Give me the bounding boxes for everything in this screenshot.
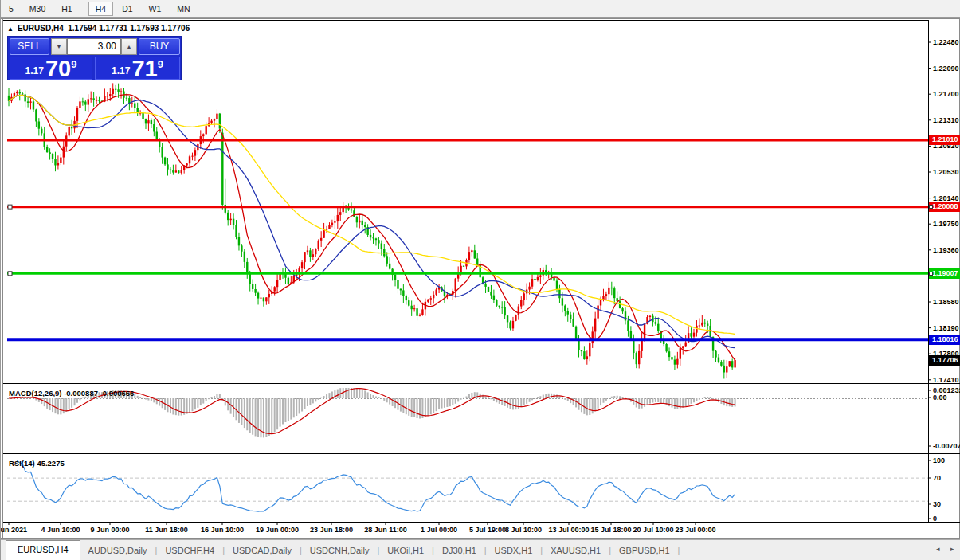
time-axis[interactable] xyxy=(7,522,928,538)
chart-tab-ukoil[interactable]: UKOil,H1 xyxy=(379,542,432,558)
volume-decrease-button[interactable]: ▼ xyxy=(51,38,67,55)
chart-tab-xauusd[interactable]: XAUUSD,H1 xyxy=(543,542,609,558)
timeframe-button-m30[interactable]: M30 xyxy=(22,2,53,16)
timeframe-button-w1[interactable]: W1 xyxy=(142,2,169,16)
sell-price-prefix: 1.17 xyxy=(25,65,44,76)
timeframe-button-h1[interactable]: H1 xyxy=(54,2,79,16)
chart-tab-usdx[interactable]: USDX,H1 xyxy=(487,542,541,558)
spin-down-icon: ▼ xyxy=(57,44,62,49)
price-axis[interactable] xyxy=(928,20,960,522)
buy-price-pip: 9 xyxy=(158,58,163,70)
buy-price-big: 71 xyxy=(131,58,157,79)
chart-tab-usdcnh[interactable]: USDCNH,Daily xyxy=(302,542,378,558)
chart-tab-bar: EURUSD,H4AUDUSD,Daily|USDCHF,H4|USDCAD,D… xyxy=(1,539,960,560)
buy-price-display[interactable]: 1.17719 xyxy=(95,57,180,80)
sell-price-pip: 9 xyxy=(71,58,76,70)
timeframe-button-mn[interactable]: MN xyxy=(170,2,197,16)
timeframe-toolbar: 5M30H1H4D1W1MN xyxy=(1,0,960,18)
one-click-trading-panel: SELL ▼ 3.00 ▲ BUY 1.17709 1.17719 xyxy=(7,36,182,80)
toolbar-separator xyxy=(84,2,84,15)
symbol-header: ▲EURUSD,H4 1.17594 1.17731 1.17593 1.177… xyxy=(7,24,190,33)
scroll-left-icon[interactable]: ◂ xyxy=(936,545,940,553)
chart-marker-icon: ▲ xyxy=(7,25,14,33)
chart-tab-gbpusd[interactable]: GBPUSD,H1 xyxy=(611,542,678,558)
scroll-right-icon[interactable]: ▸ xyxy=(950,545,954,553)
volume-input[interactable]: 3.00 xyxy=(67,38,121,55)
macd-pane[interactable] xyxy=(7,386,928,452)
symbol-name: EURUSD,H4 xyxy=(18,24,64,33)
spin-up-icon: ▲ xyxy=(127,44,132,49)
chart-tab-dj30[interactable]: DJ30,H1 xyxy=(434,542,484,558)
sell-price-display[interactable]: 1.17709 xyxy=(10,57,92,80)
tab-divider: | xyxy=(678,546,680,555)
sell-price-big: 70 xyxy=(45,58,71,79)
chart-tab-usdcad[interactable]: USDCAD,Daily xyxy=(225,542,300,558)
timeframe-button-5[interactable]: 5 xyxy=(2,2,21,16)
mt4-window: 5M30H1H4D1W1MN ▲EURUSD,H4 1.17594 1.1773… xyxy=(0,0,960,560)
toolbar-separator xyxy=(202,2,202,15)
ohlc-values: 1.17594 1.17731 1.17593 1.17706 xyxy=(68,24,190,33)
volume-increase-button[interactable]: ▲ xyxy=(121,38,137,55)
chart-tab-audusd[interactable]: AUDUSD,Daily xyxy=(80,542,155,558)
rsi-pane[interactable] xyxy=(7,456,928,522)
sell-button[interactable]: SELL xyxy=(10,38,49,55)
timeframe-button-d1[interactable]: D1 xyxy=(115,2,139,16)
chart-tab-usdchf[interactable]: USDCHF,H4 xyxy=(157,542,222,558)
buy-price-prefix: 1.17 xyxy=(112,65,130,76)
timeframe-button-h4[interactable]: H4 xyxy=(88,2,113,16)
chart-tab-eurusd[interactable]: EURUSD,H4 xyxy=(6,540,80,560)
buy-button[interactable]: BUY xyxy=(139,38,180,55)
